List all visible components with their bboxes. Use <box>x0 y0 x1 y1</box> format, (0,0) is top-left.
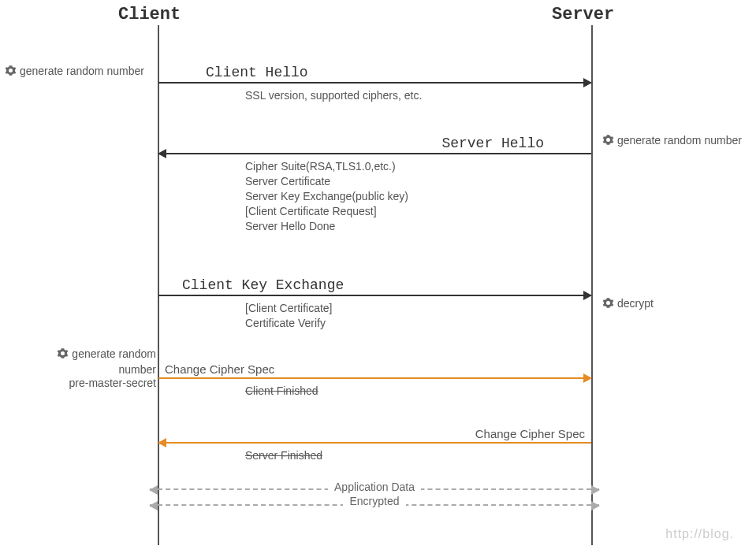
arrow-left-icon <box>158 442 591 444</box>
appdata-label-1: Application Data <box>328 481 421 493</box>
actor-client-title: Client <box>118 5 181 24</box>
message-body: Cipher Suite(RSA,TLS1.0,etc.) Server Cer… <box>158 154 591 233</box>
message-change-cipher-spec-server: Change Cipher Spec Server Finished <box>158 425 591 463</box>
message-title: Server Hello <box>158 134 591 153</box>
arrow-right-icon <box>158 82 591 84</box>
gear-icon <box>602 134 614 148</box>
note-client-random: generate random number <box>5 65 144 79</box>
message-change-cipher-spec-client: Change Cipher Spec Client Finished <box>158 361 591 399</box>
message-client-hello: Client Hello SSL version, supported ciph… <box>158 63 591 103</box>
message-title: Client Key Exchange <box>158 276 591 295</box>
note-client-premaster: generate random number pre-master-secret <box>30 347 156 391</box>
message-body: [Client Certificate] Certificate Verify <box>158 296 591 331</box>
arrow-left-icon <box>158 153 591 154</box>
arrow-right-icon <box>158 377 591 379</box>
message-application-data: Application Data Encrypted <box>150 488 599 506</box>
gear-icon <box>602 297 614 311</box>
actor-server-title: Server <box>552 5 614 24</box>
message-client-key-exchange: Client Key Exchange [Client Certificate]… <box>158 276 591 331</box>
message-body: Server Finished <box>158 444 591 463</box>
gear-icon <box>57 347 69 363</box>
message-server-hello: Server Hello Cipher Suite(RSA,TLS1.0,etc… <box>158 134 591 233</box>
gear-icon <box>5 65 17 79</box>
message-body: SSL version, supported ciphers, etc. <box>158 84 591 103</box>
arrow-right-icon <box>158 295 591 296</box>
note-text: generate random number <box>20 65 144 77</box>
note-server-random: generate random number <box>602 134 742 148</box>
appdata-label-2: Encrypted <box>343 495 405 507</box>
note-text: generate random number <box>617 134 742 147</box>
message-title: Client Hello <box>158 63 591 82</box>
message-title: Change Cipher Spec <box>158 361 591 377</box>
watermark-text: http://blog. <box>665 527 734 541</box>
lifeline-server <box>591 25 593 545</box>
message-title: Change Cipher Spec <box>158 425 591 442</box>
note-server-decrypt: decrypt <box>602 297 654 311</box>
note-text: decrypt <box>617 297 654 310</box>
note-text: generate random number pre-master-secret <box>69 347 156 389</box>
message-body: Client Finished <box>158 379 591 399</box>
